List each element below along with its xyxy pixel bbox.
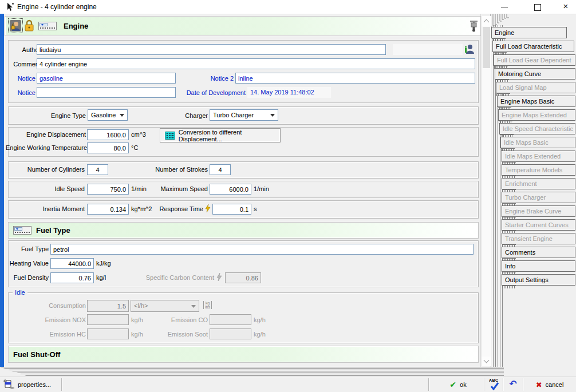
comment-input[interactable] xyxy=(37,58,475,69)
notice3-label: Notice 3 xyxy=(6,89,41,96)
fuel-shutoff-title: Fuel Shut-Off xyxy=(13,350,60,359)
notice2-input[interactable] xyxy=(235,73,475,84)
sidebar-tab-starter-current-curves[interactable]: Starter Current Curves xyxy=(502,219,575,231)
sidebar-tab-comments[interactable]: Comments xyxy=(502,247,575,258)
heating-value-input[interactable] xyxy=(50,258,94,269)
inertia-input[interactable] xyxy=(87,204,129,215)
scroll-up-button[interactable] xyxy=(482,16,491,26)
author-lock-icon[interactable] xyxy=(9,19,22,32)
charger-value: Turbo Charger xyxy=(213,112,254,118)
lock-icon[interactable] xyxy=(24,19,34,32)
ok-label: ok xyxy=(460,381,467,388)
scroll-down-button[interactable] xyxy=(482,357,491,366)
engine-type-dropdown[interactable]: Gasoline xyxy=(88,109,128,121)
heating-value-label: Heating Value xyxy=(6,260,49,267)
engine-piston-icon xyxy=(469,19,479,33)
strokes-label: Number of Strokes xyxy=(151,166,208,173)
sidebar-tab-idle-maps-extended[interactable]: Idle Maps Extended xyxy=(502,151,575,162)
properties-button[interactable]: properties... xyxy=(3,378,60,391)
response-time-input[interactable] xyxy=(212,204,251,215)
response-time-label: Response Time xyxy=(157,205,203,212)
emission-hc-label: Emission HC xyxy=(38,331,86,338)
vertical-scrollbar[interactable] xyxy=(481,16,491,366)
minimize-button[interactable] xyxy=(495,0,514,14)
sidebar-tab-enrichment[interactable]: Enrichment xyxy=(502,178,575,189)
response-time-bolt-icon xyxy=(205,204,211,212)
undo-icon: ↶ xyxy=(509,379,516,389)
emission-hc-input xyxy=(87,328,129,339)
sidebar-tab-output-settings[interactable]: Output Settings xyxy=(502,274,575,286)
notice3-input[interactable] xyxy=(37,87,176,98)
emission-co-input xyxy=(210,314,251,325)
emission-nox-label: Emission NOX xyxy=(38,316,86,323)
emission-nox-input xyxy=(87,314,129,325)
author-label: Author xyxy=(6,46,41,53)
fuel-density-input[interactable] xyxy=(50,272,94,283)
idle-speed-input[interactable] xyxy=(87,184,129,195)
sidebar-tab-turbo-charger[interactable]: Turbo Charger xyxy=(502,192,575,203)
author-person-icon[interactable] xyxy=(464,43,474,54)
sidebar-tab-engine[interactable]: Engine xyxy=(491,27,567,38)
close-button[interactable]: × xyxy=(556,0,575,14)
fuel-type-section-title: Fuel Type xyxy=(36,226,70,235)
sidebar-tab-engine-maps-basic[interactable]: Engine Maps Basic xyxy=(497,96,575,107)
sidebar-tab-info[interactable]: Info xyxy=(502,260,575,272)
comment-label: Comment xyxy=(3,61,41,68)
unit-converter-bottom: lbs xyxy=(205,305,210,309)
emission-co-unit: kg/h xyxy=(254,316,266,323)
emission-soot-unit: kg/h xyxy=(254,331,266,338)
emission-soot-input xyxy=(210,328,251,339)
sidebar-tab-idle-speed-characteristic[interactable]: Idle Speed Characteristic xyxy=(499,123,575,134)
carbon-content-label: Specific Carbon Content xyxy=(144,274,214,281)
maximize-icon xyxy=(534,4,541,11)
scrollbar-thumb[interactable] xyxy=(483,27,490,68)
spellcheck-check-icon xyxy=(490,382,499,390)
cancel-button[interactable]: ✖ cancel xyxy=(530,378,570,391)
max-speed-unit: 1/min xyxy=(254,185,269,192)
ok-button[interactable]: ✔ ok xyxy=(441,378,475,391)
widget-list-icon[interactable] xyxy=(38,22,57,30)
charger-dropdown[interactable]: Turbo Charger xyxy=(210,109,278,121)
sidebar-tab-engine-maps-extended[interactable]: Engine Maps Extended xyxy=(498,109,575,121)
sidebar-tab-full-load-gear-dependent[interactable]: Full Load Gear Dependent xyxy=(494,54,575,66)
statusbar-separator xyxy=(428,378,429,391)
engine-displacement-input[interactable] xyxy=(87,129,129,140)
consumption-input xyxy=(87,300,129,312)
chevron-down-icon xyxy=(191,305,196,310)
sidebar-tab-transient-engine[interactable]: Transient Engine xyxy=(502,233,575,244)
statusbar-separator xyxy=(503,378,503,391)
author-input[interactable] xyxy=(37,44,386,55)
sidebar-tab-temperature-models[interactable]: Temperature Models xyxy=(502,164,575,176)
fuel-type-header: Fuel Type xyxy=(8,222,479,239)
sidebar-tab-full-load-characteristic[interactable]: Full Load Characteristic xyxy=(492,41,574,52)
working-temperature-input[interactable] xyxy=(87,142,129,153)
chevron-down-icon xyxy=(270,114,275,119)
idle-speed-label: Idle Speed xyxy=(33,185,85,192)
spellcheck-abc-label: ABC xyxy=(489,378,499,382)
max-speed-input[interactable] xyxy=(210,184,251,195)
spellcheck-button[interactable]: ABC xyxy=(488,378,501,391)
emission-nox-unit: kg/h xyxy=(131,316,143,323)
sidebar-tab-load-signal-map[interactable]: Load Signal Map xyxy=(496,82,575,93)
sidebar-tab-engine-brake-curve[interactable]: Engine Brake Curve xyxy=(502,205,575,217)
cancel-label: cancel xyxy=(546,381,564,388)
sidebar-tab-idle-maps-basic[interactable]: Idle Maps Basic xyxy=(500,137,575,148)
emission-co-label: Emission CO xyxy=(163,316,208,323)
cylinders-input[interactable] xyxy=(87,164,108,175)
fuel-type-input[interactable] xyxy=(50,244,474,255)
chevron-down-icon xyxy=(120,114,124,119)
conversion-button[interactable]: Conversion to different Displacement... xyxy=(160,128,281,142)
nested-border-comb xyxy=(502,286,516,288)
statusbar-separator xyxy=(523,378,523,391)
idle-speed-unit: 1/min xyxy=(131,185,147,192)
strokes-input[interactable] xyxy=(210,164,231,175)
max-speed-label: Maximum Speed xyxy=(151,185,208,192)
notice1-input[interactable] xyxy=(37,73,176,84)
inertia-unit: kg*m^2 xyxy=(131,205,152,212)
widget-list-icon[interactable] xyxy=(13,226,31,235)
maximize-button[interactable] xyxy=(528,0,547,14)
close-icon: × xyxy=(563,1,569,11)
sidebar-tab-motoring-curve[interactable]: Motoring Curve xyxy=(495,68,575,80)
properties-label: properties... xyxy=(18,381,51,388)
undo-button[interactable]: ↶ xyxy=(506,378,520,390)
